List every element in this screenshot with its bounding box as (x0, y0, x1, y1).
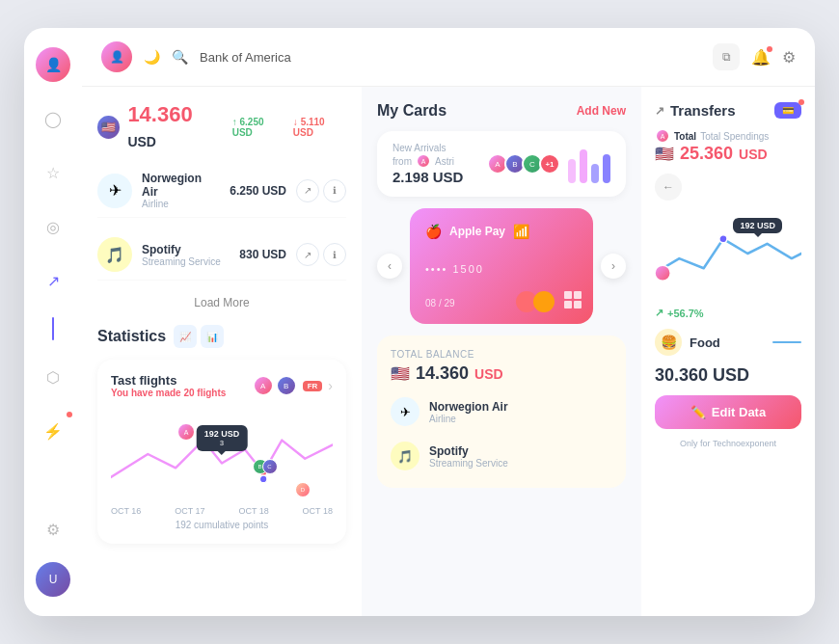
mini-trans-1: ✈ Norwegion Air Airline (391, 393, 612, 430)
chart-nav-right[interactable]: › (328, 378, 333, 393)
spendings-avatar: A (655, 128, 670, 144)
stats-icons: 📈 📊 (174, 325, 224, 348)
arrivals-label: New Arrivals (392, 143, 463, 153)
balance-header: 🇺🇸 14.360 USD ↑ 6.250 USD ↓ 5.110 USD (97, 102, 346, 152)
chart-tooltip: 192 USD 3 (197, 425, 248, 451)
sidebar-icon-chat[interactable]: ◎ (36, 209, 70, 244)
card-nav-left[interactable]: ‹ (377, 254, 402, 279)
sidebar-bottom: ⚙ U (36, 512, 70, 597)
sidebar-avatar[interactable]: 👤 (36, 47, 70, 82)
chart-badge-fr: FR (303, 381, 323, 391)
arrivals-bar-4 (603, 154, 610, 183)
svg-point-3 (719, 235, 727, 243)
trans-type: Airline (142, 199, 220, 209)
total-spendings-label: A Total Total Spendings (655, 128, 801, 144)
new-arrivals-card: New Arrivals from A Astri 2.198 USD A B … (377, 131, 626, 197)
stats-icon-chart[interactable]: 📈 (174, 325, 197, 348)
mini-trans-type-2: Streaming Service (429, 458, 612, 469)
arrivals-avatar: A (416, 153, 431, 169)
chart-label-1: OCT 16 (111, 506, 141, 516)
sidebar-icon-box[interactable]: ⬡ (36, 360, 70, 394)
gear-icon[interactable]: ⚙ (782, 48, 796, 67)
card-slider: ‹ 🍎 Apple Pay 📶 •••• 1500 08 / 29 (377, 208, 626, 324)
middle-panel: My Cards Add New New Arrivals from A Ast… (362, 87, 641, 616)
arrivals-bar-2 (580, 149, 587, 183)
left-panel: 🇺🇸 14.360 USD ↑ 6.250 USD ↓ 5.110 USD ✈ … (82, 87, 362, 616)
mini-trans-info-2: Spotify Streaming Service (429, 444, 612, 469)
right-chart-tooltip: 192 USD (733, 218, 782, 233)
back-button[interactable]: ← (655, 174, 682, 201)
arrivals-bar-1 (568, 159, 576, 183)
chart-header-right: A B FR › (253, 375, 333, 396)
sidebar-user-avatar[interactable]: U (36, 562, 70, 597)
transfers-card-icon[interactable]: 💳 (774, 102, 801, 119)
add-new-button[interactable]: Add New (577, 104, 626, 118)
chart-area: 192 USD 3 (111, 406, 333, 502)
statistics-title: Statistics (97, 328, 166, 345)
sidebar-icon-star[interactable]: ☆ (36, 155, 70, 190)
edit-icon: ✏️ (690, 405, 706, 419)
chart-cumulative: 192 cumulative points (111, 520, 333, 530)
stats-icon-bar[interactable]: 📊 (201, 325, 224, 348)
arrivals-info: New Arrivals from A Astri 2.198 USD (392, 143, 463, 185)
mini-avatar-2: B (276, 375, 297, 396)
edit-data-button[interactable]: ✏️ Edit Data (655, 395, 801, 429)
mini-trans-info-1: Norwegion Air Airline (429, 400, 612, 424)
techno-label: Only for Technoexponent (655, 439, 801, 448)
sidebar-icon-circle[interactable]: ◯ (36, 101, 70, 136)
mini-trans-name-2: Spotify (429, 444, 612, 458)
arrivals-from: from A Astri (392, 153, 463, 169)
trans-icon-spotify: 🎵 (97, 237, 132, 272)
my-cards-header: My Cards Add New (377, 102, 626, 120)
sidebar-icon-settings[interactable]: ⚙ (36, 512, 70, 547)
right-panel: ↗ Transfers 💳 A Total Total Spendings (641, 87, 815, 616)
chart-title: Tast flights (111, 373, 226, 388)
mini-trans-icon-2: 🎵 (391, 442, 420, 470)
chart-label-3: OCT 18 (238, 506, 268, 516)
search-icon[interactable]: 🔍 (172, 49, 188, 65)
trans-btn-trend-2[interactable]: ↗ (296, 243, 319, 266)
trans-name: Norwegion Air (142, 172, 220, 199)
trans-btn-info[interactable]: ℹ (323, 179, 346, 202)
svg-point-2 (259, 475, 267, 483)
sidebar-icon-lightning[interactable]: ⚡ (36, 414, 70, 448)
mini-trans-type-1: Airline (429, 414, 612, 424)
trans-info-air: Norwegion Air Airline (142, 172, 220, 209)
trans-btn-trend[interactable]: ↗ (296, 179, 319, 202)
apple-pay-label: Apple Pay (449, 225, 505, 238)
transaction-item-2: 🎵 Spotify Streaming Service 830 USD ↗ ℹ (97, 229, 346, 281)
arrivals-count: +1 (539, 153, 560, 174)
bell-icon[interactable]: 🔔 (751, 48, 771, 67)
flag-circle: 🇺🇸 (97, 116, 120, 139)
chart-card: Tast flights You have made 20 flights A … (97, 360, 346, 544)
food-line (772, 341, 801, 343)
arrivals-amount: 2.198 USD (392, 169, 463, 185)
moon-icon: 🌙 (144, 49, 160, 65)
total-spendings-amount: 🇺🇸 25.360 USD (655, 144, 801, 164)
mini-trans-2: 🎵 Spotify Streaming Service (391, 438, 612, 474)
trans-btn-info-2[interactable]: ℹ (323, 243, 346, 266)
transaction-item: ✈ Norwegion Air Airline 6.250 USD ↗ ℹ (97, 164, 346, 218)
chart-marker-1: A (177, 423, 195, 441)
change-up: ↑ 6.250 USD (232, 117, 285, 138)
card-nav-right[interactable]: › (601, 254, 626, 279)
topbar-avatar[interactable]: 👤 (101, 41, 132, 72)
trans-type-2: Streaming Service (142, 256, 230, 267)
mini-trans-icon-1: ✈ (391, 397, 420, 426)
sidebar-active-indicator (52, 317, 54, 340)
main-container: 👤 ◯ ☆ ◎ ↗ ⬡ ⚡ ⚙ U 👤 🌙 🔍 Bank of America … (24, 28, 815, 616)
trans-actions-2: ↗ ℹ (296, 243, 346, 266)
copy-icon[interactable]: ⧉ (713, 43, 740, 70)
chart-marker-2: B C (253, 459, 278, 474)
transfers-title: ↗ Transfers (655, 102, 736, 119)
load-more[interactable]: Load More (97, 292, 346, 313)
my-cards-title: My Cards (377, 102, 447, 120)
total-spendings: A Total Total Spendings 🇺🇸 25.360 USD (655, 128, 801, 164)
statistics-header: Statistics 📈 📊 (97, 325, 346, 348)
chart-labels: OCT 16 OCT 17 OCT 18 OCT 18 (111, 506, 333, 516)
transfers-header: ↗ Transfers 💳 (655, 102, 801, 119)
chart-label-2: OCT 17 (175, 506, 204, 516)
sidebar-icon-arrow[interactable]: ↗ (36, 263, 70, 298)
trans-name-2: Spotify (142, 243, 230, 256)
total-balance-section: Total Balance 🇺🇸 14.360 USD ✈ Norwegion … (377, 335, 626, 488)
